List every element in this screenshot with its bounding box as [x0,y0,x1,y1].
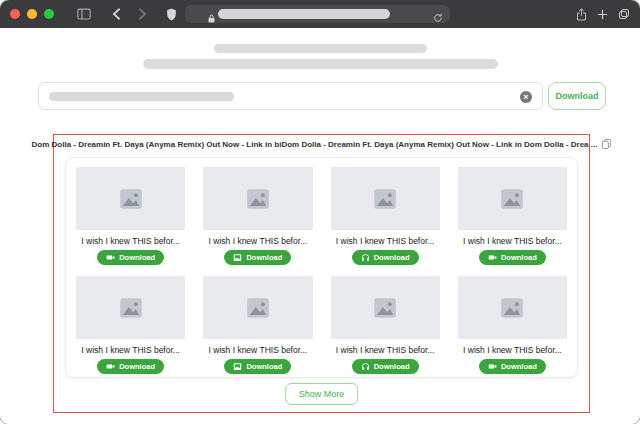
thumbnail-placeholder[interactable] [203,167,312,230]
result-item: I wish I knew THIS befor... Download [203,276,312,374]
image-placeholder-icon [499,295,525,321]
result-title-row: Dom Dolla - Dreamin Ft. Daya (Anyma Remi… [54,139,589,149]
clear-input-icon[interactable]: × [520,91,532,103]
image-icon [233,253,242,262]
result-item: I wish I knew THIS befor... Download [458,276,567,374]
item-download-label: Download [501,253,537,262]
result-title: Dom Dolla - Dreamin Ft. Daya (Anyma Remi… [32,140,598,149]
result-item-title: I wish I knew THIS befor... [336,345,435,355]
result-item: I wish I knew THIS befor... Download [203,167,312,265]
item-download-button[interactable]: Download [224,250,291,265]
address-bar[interactable] [185,5,450,23]
page-content: × Download Dom Dolla - Dreamin Ft. Daya … [0,28,640,424]
video-camera-icon [106,253,115,262]
thumbnail-placeholder[interactable] [331,167,440,230]
minimize-window-button[interactable] [27,9,37,19]
item-download-button[interactable]: Download [479,250,546,265]
lock-icon [208,9,215,27]
skeleton-input-placeholder [49,92,234,101]
result-item: I wish I knew THIS befor... Download [458,167,567,265]
thumbnail-placeholder[interactable] [203,276,312,339]
thumbnail-placeholder[interactable] [458,167,567,230]
item-download-label: Download [374,253,410,262]
download-button[interactable]: Download [548,82,606,110]
item-download-label: Download [119,253,155,262]
tabs-icon[interactable] [618,8,630,20]
result-item: I wish I knew THIS befor... Download [76,276,185,374]
shield-icon[interactable] [166,7,177,25]
sidebar-icon[interactable] [77,8,91,20]
item-download-button[interactable]: Download [479,359,546,374]
item-download-label: Download [246,253,282,262]
back-icon[interactable] [112,8,121,20]
image-placeholder-icon [245,295,271,321]
thumbnail-placeholder[interactable] [331,276,440,339]
item-download-button[interactable]: Download [352,250,419,265]
masked-url-capsule [218,9,390,19]
results-card: I wish I knew THIS befor... Download I w… [65,157,578,378]
skeleton-heading-bar [214,44,427,53]
skeleton-subheading-bar [143,59,498,69]
image-icon [233,362,242,371]
new-tab-icon[interactable] [597,9,608,20]
item-download-button[interactable]: Download [97,250,164,265]
item-download-label: Download [374,362,410,371]
results-grid: I wish I knew THIS befor... Download I w… [76,167,567,374]
thumbnail-placeholder[interactable] [76,167,185,230]
copy-icon[interactable] [602,139,611,149]
browser-window: × Download Dom Dolla - Dreamin Ft. Daya … [0,0,640,424]
result-item: I wish I knew THIS befor... Download [331,167,440,265]
video-camera-icon [488,253,497,262]
headphones-icon [361,362,370,371]
thumbnail-placeholder[interactable] [76,276,185,339]
result-item-title: I wish I knew THIS befor... [209,236,308,246]
item-download-label: Download [501,362,537,371]
highlighted-results-region: Dom Dolla - Dreamin Ft. Daya (Anyma Remi… [53,134,590,413]
item-download-button[interactable]: Download [352,359,419,374]
browser-toolbar [0,0,640,28]
headphones-icon [361,253,370,262]
item-download-button[interactable]: Download [224,359,291,374]
item-download-button[interactable]: Download [97,359,164,374]
image-placeholder-icon [118,295,144,321]
image-placeholder-icon [372,186,398,212]
result-item-title: I wish I knew THIS befor... [463,345,562,355]
share-icon[interactable] [576,8,587,21]
result-item-title: I wish I knew THIS befor... [209,345,308,355]
result-item: I wish I knew THIS befor... Download [76,167,185,265]
show-more-button[interactable]: Show More [285,383,359,405]
zoom-window-button[interactable] [44,9,54,19]
refresh-icon[interactable] [433,9,443,27]
traffic-lights [10,9,54,19]
image-placeholder-icon [372,295,398,321]
result-item: I wish I knew THIS befor... Download [331,276,440,374]
image-placeholder-icon [118,186,144,212]
forward-icon[interactable] [138,8,147,20]
result-item-title: I wish I knew THIS befor... [336,236,435,246]
item-download-label: Download [246,362,282,371]
toolbar-right-icons [576,0,630,28]
video-camera-icon [106,362,115,371]
thumbnail-placeholder[interactable] [458,276,567,339]
result-item-title: I wish I knew THIS befor... [463,236,562,246]
search-input[interactable]: × [38,82,543,110]
result-item-title: I wish I knew THIS befor... [81,345,180,355]
image-placeholder-icon [499,186,525,212]
item-download-label: Download [119,362,155,371]
image-placeholder-icon [245,186,271,212]
video-camera-icon [488,362,497,371]
result-item-title: I wish I knew THIS befor... [81,236,180,246]
close-window-button[interactable] [10,9,20,19]
